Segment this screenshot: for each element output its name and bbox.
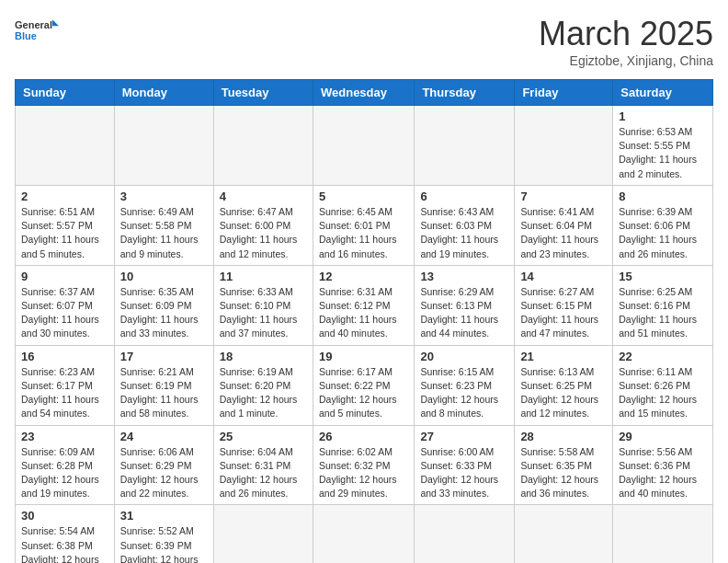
header-thursday: Thursday	[415, 80, 515, 106]
calendar-cell	[613, 505, 713, 563]
calendar-cell: 6Sunrise: 6:43 AM Sunset: 6:03 PM Daylig…	[415, 185, 515, 265]
calendar-cell	[515, 505, 613, 563]
day-number: 17	[120, 350, 208, 363]
day-number: 3	[120, 190, 208, 203]
calendar-cell: 5Sunrise: 6:45 AM Sunset: 6:01 PM Daylig…	[313, 185, 414, 265]
calendar-cell: 28Sunrise: 5:58 AM Sunset: 6:35 PM Dayli…	[515, 425, 613, 505]
calendar-cell: 18Sunrise: 6:19 AM Sunset: 6:20 PM Dayli…	[213, 345, 313, 425]
header: General Blue March 2025 Egiztobe, Xinjia…	[15, 15, 713, 68]
day-info: Sunrise: 5:58 AM Sunset: 6:35 PM Dayligh…	[520, 445, 607, 501]
location-subtitle: Egiztobe, Xinjiang, China	[539, 53, 713, 68]
day-number: 31	[120, 509, 208, 523]
day-info: Sunrise: 6:19 AM Sunset: 6:20 PM Dayligh…	[220, 365, 307, 421]
day-number: 7	[520, 190, 607, 203]
day-info: Sunrise: 6:09 AM Sunset: 6:28 PM Dayligh…	[21, 445, 108, 501]
header-monday: Monday	[114, 80, 213, 106]
calendar-cell: 17Sunrise: 6:21 AM Sunset: 6:19 PM Dayli…	[114, 345, 213, 425]
week-row-1: 2Sunrise: 6:51 AM Sunset: 5:57 PM Daylig…	[16, 185, 713, 265]
day-number: 21	[520, 350, 607, 363]
day-info: Sunrise: 6:43 AM Sunset: 6:03 PM Dayligh…	[420, 205, 508, 261]
day-number: 23	[21, 430, 108, 443]
calendar-cell: 7Sunrise: 6:41 AM Sunset: 6:04 PM Daylig…	[515, 185, 613, 265]
day-number: 12	[319, 270, 408, 283]
day-info: Sunrise: 6:15 AM Sunset: 6:23 PM Dayligh…	[420, 365, 508, 421]
day-number: 8	[619, 190, 707, 203]
day-number: 4	[220, 190, 307, 203]
day-number: 24	[120, 430, 208, 443]
day-number: 22	[619, 350, 707, 363]
calendar-cell: 22Sunrise: 6:11 AM Sunset: 6:26 PM Dayli…	[613, 345, 713, 425]
day-info: Sunrise: 5:56 AM Sunset: 6:36 PM Dayligh…	[619, 445, 707, 501]
day-info: Sunrise: 6:17 AM Sunset: 6:22 PM Dayligh…	[319, 365, 408, 421]
day-info: Sunrise: 6:47 AM Sunset: 6:00 PM Dayligh…	[220, 205, 307, 261]
day-number: 20	[420, 350, 508, 363]
day-info: Sunrise: 6:00 AM Sunset: 6:33 PM Dayligh…	[420, 445, 508, 501]
day-info: Sunrise: 6:11 AM Sunset: 6:26 PM Dayligh…	[619, 365, 707, 421]
calendar-cell: 20Sunrise: 6:15 AM Sunset: 6:23 PM Dayli…	[415, 345, 515, 425]
calendar-cell: 14Sunrise: 6:27 AM Sunset: 6:15 PM Dayli…	[515, 265, 613, 345]
calendar-cell: 8Sunrise: 6:39 AM Sunset: 6:06 PM Daylig…	[613, 185, 713, 265]
calendar-cell: 31Sunrise: 5:52 AM Sunset: 6:39 PM Dayli…	[114, 505, 213, 563]
calendar-cell	[313, 505, 414, 563]
calendar-cell: 30Sunrise: 5:54 AM Sunset: 6:38 PM Dayli…	[16, 505, 115, 563]
day-info: Sunrise: 5:54 AM Sunset: 6:38 PM Dayligh…	[21, 524, 108, 563]
calendar-cell: 25Sunrise: 6:04 AM Sunset: 6:31 PM Dayli…	[213, 425, 313, 505]
day-info: Sunrise: 6:37 AM Sunset: 6:07 PM Dayligh…	[21, 285, 108, 341]
day-info: Sunrise: 6:39 AM Sunset: 6:06 PM Dayligh…	[619, 205, 707, 261]
day-info: Sunrise: 6:35 AM Sunset: 6:09 PM Dayligh…	[120, 285, 208, 341]
day-number: 18	[220, 350, 307, 363]
calendar-cell: 2Sunrise: 6:51 AM Sunset: 5:57 PM Daylig…	[16, 185, 115, 265]
calendar-cell: 26Sunrise: 6:02 AM Sunset: 6:32 PM Dayli…	[313, 425, 414, 505]
calendar-table: Sunday Monday Tuesday Wednesday Thursday…	[15, 79, 713, 563]
calendar-cell	[313, 106, 414, 186]
header-saturday: Saturday	[613, 80, 713, 106]
day-info: Sunrise: 6:23 AM Sunset: 6:17 PM Dayligh…	[21, 365, 108, 421]
calendar-cell	[213, 505, 313, 563]
calendar-cell: 29Sunrise: 5:56 AM Sunset: 6:36 PM Dayli…	[613, 425, 713, 505]
day-number: 11	[220, 270, 307, 283]
header-sunday: Sunday	[16, 80, 115, 106]
svg-text:Blue: Blue	[15, 30, 37, 41]
weekday-header-row: Sunday Monday Tuesday Wednesday Thursday…	[16, 80, 713, 106]
day-number: 6	[420, 190, 508, 203]
day-number: 9	[21, 270, 108, 283]
day-number: 30	[21, 509, 108, 523]
calendar-cell: 15Sunrise: 6:25 AM Sunset: 6:16 PM Dayli…	[613, 265, 713, 345]
day-info: Sunrise: 6:21 AM Sunset: 6:19 PM Dayligh…	[120, 365, 208, 421]
day-number: 25	[220, 430, 307, 443]
day-info: Sunrise: 6:45 AM Sunset: 6:01 PM Dayligh…	[319, 205, 408, 261]
week-row-4: 23Sunrise: 6:09 AM Sunset: 6:28 PM Dayli…	[16, 425, 713, 505]
calendar-cell: 27Sunrise: 6:00 AM Sunset: 6:33 PM Dayli…	[415, 425, 515, 505]
day-number: 16	[21, 350, 108, 363]
day-info: Sunrise: 6:06 AM Sunset: 6:29 PM Dayligh…	[120, 445, 208, 501]
logo: General Blue	[15, 15, 61, 50]
calendar-cell: 4Sunrise: 6:47 AM Sunset: 6:00 PM Daylig…	[213, 185, 313, 265]
calendar-cell: 9Sunrise: 6:37 AM Sunset: 6:07 PM Daylig…	[16, 265, 115, 345]
day-number: 29	[619, 430, 707, 443]
day-info: Sunrise: 6:41 AM Sunset: 6:04 PM Dayligh…	[520, 205, 607, 261]
calendar-cell: 12Sunrise: 6:31 AM Sunset: 6:12 PM Dayli…	[313, 265, 414, 345]
calendar-cell	[415, 106, 515, 186]
header-wednesday: Wednesday	[313, 80, 414, 106]
day-number: 27	[420, 430, 508, 443]
day-info: Sunrise: 6:02 AM Sunset: 6:32 PM Dayligh…	[319, 445, 408, 501]
svg-text:General: General	[15, 19, 52, 30]
day-info: Sunrise: 5:52 AM Sunset: 6:39 PM Dayligh…	[120, 524, 208, 563]
day-info: Sunrise: 6:27 AM Sunset: 6:15 PM Dayligh…	[520, 285, 607, 341]
day-number: 14	[520, 270, 607, 283]
day-info: Sunrise: 6:51 AM Sunset: 5:57 PM Dayligh…	[21, 205, 108, 261]
day-number: 2	[21, 190, 108, 203]
day-number: 10	[120, 270, 208, 283]
logo-svg: General Blue	[15, 15, 61, 50]
calendar-cell: 16Sunrise: 6:23 AM Sunset: 6:17 PM Dayli…	[16, 345, 115, 425]
calendar-cell: 11Sunrise: 6:33 AM Sunset: 6:10 PM Dayli…	[213, 265, 313, 345]
svg-marker-2	[52, 19, 59, 26]
calendar-cell	[415, 505, 515, 563]
calendar-cell	[515, 106, 613, 186]
calendar-cell	[16, 106, 115, 186]
day-info: Sunrise: 6:04 AM Sunset: 6:31 PM Dayligh…	[220, 445, 307, 501]
calendar-cell: 13Sunrise: 6:29 AM Sunset: 6:13 PM Dayli…	[415, 265, 515, 345]
week-row-5: 30Sunrise: 5:54 AM Sunset: 6:38 PM Dayli…	[16, 505, 713, 563]
calendar-cell: 10Sunrise: 6:35 AM Sunset: 6:09 PM Dayli…	[114, 265, 213, 345]
calendar-cell: 19Sunrise: 6:17 AM Sunset: 6:22 PM Dayli…	[313, 345, 414, 425]
